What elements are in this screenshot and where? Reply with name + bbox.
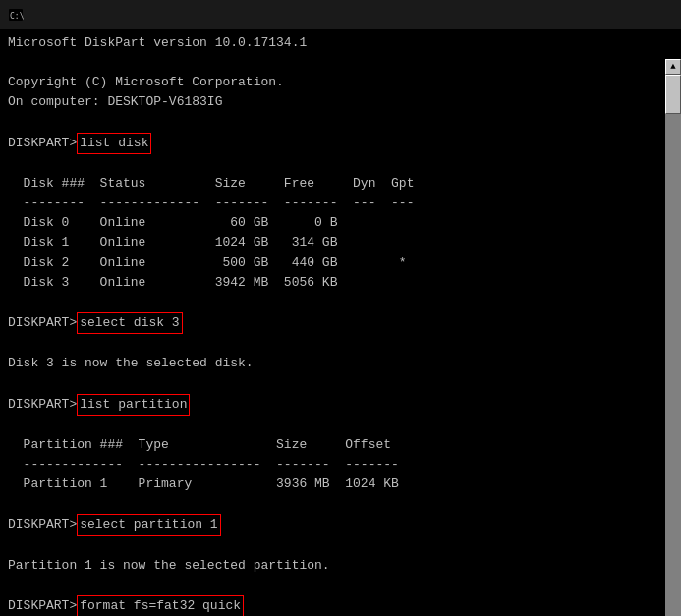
terminal-text-line: Copyright (C) Microsoft Corporation.: [8, 73, 673, 92]
scrollbar[interactable]: ▲ ▼: [665, 59, 681, 616]
terminal-text-line: Partition ### Type Size Offset: [8, 435, 673, 455]
command-line: DISKPART> list disk: [8, 133, 673, 154]
blank-line: [8, 334, 673, 354]
title-bar: C:\: [0, 0, 681, 29]
terminal[interactable]: Microsoft DiskPart version 10.0.17134.1 …: [0, 29, 681, 616]
terminal-text-line: Microsoft DiskPart version 10.0.17134.1: [8, 33, 673, 53]
title-bar-controls: [530, 0, 673, 29]
terminal-text-line: -------- ------------- ------- ------- -…: [8, 194, 673, 213]
prompt: DISKPART>: [8, 515, 77, 534]
command-text: list partition: [77, 394, 190, 416]
prompt: DISKPART>: [8, 596, 77, 616]
svg-text:C:\: C:\: [10, 12, 24, 21]
prompt: DISKPART>: [8, 313, 77, 333]
blank-line: [8, 154, 673, 174]
scroll-thumb[interactable]: [665, 75, 681, 114]
command-line: DISKPART> format fs=fat32 quick: [8, 595, 673, 616]
maximize-button[interactable]: [579, 0, 624, 29]
window-inner: Microsoft DiskPart version 10.0.17134.1 …: [0, 29, 681, 616]
terminal-text-line: Disk 2 Online 500 GB 440 GB *: [8, 253, 673, 273]
terminal-wrap: Microsoft DiskPart version 10.0.17134.1 …: [0, 29, 681, 616]
blank-line: [8, 416, 673, 435]
close-button[interactable]: [628, 0, 673, 29]
prompt: DISKPART>: [8, 134, 77, 153]
terminal-text-line: Partition 1 Primary 3936 MB 1024 KB: [8, 475, 673, 494]
command-line: DISKPART> select disk 3: [8, 312, 673, 334]
terminal-text-line: Disk 3 Online 3942 MB 5056 KB: [8, 273, 673, 293]
terminal-text-line: ------------- ---------------- ------- -…: [8, 455, 673, 475]
terminal-text-line: Disk 1 Online 1024 GB 314 GB: [8, 233, 673, 252]
blank-line: [8, 373, 673, 393]
command-text: select disk 3: [77, 312, 182, 334]
terminal-text-line: Disk ### Status Size Free Dyn Gpt: [8, 174, 673, 194]
command-line: DISKPART> list partition: [8, 394, 673, 416]
blank-line: [8, 536, 673, 556]
scroll-up-button[interactable]: ▲: [665, 59, 681, 75]
blank-line: [8, 576, 673, 595]
blank-line: [8, 293, 673, 312]
terminal-text-line: Disk 0 Online 60 GB 0 B: [8, 213, 673, 233]
minimize-button[interactable]: [530, 0, 575, 29]
scroll-track[interactable]: [665, 75, 681, 616]
terminal-text-line: Partition 1 is now the selected partitio…: [8, 556, 673, 576]
command-text: format fs=fat32 quick: [77, 595, 244, 616]
window: C:\ Microsoft DiskPart version 10.0.1713…: [0, 0, 681, 616]
command-text: list disk: [77, 133, 151, 154]
blank-line: [8, 113, 673, 133]
blank-line: [8, 494, 673, 514]
command-line: DISKPART> select partition 1: [8, 514, 673, 535]
prompt: DISKPART>: [8, 395, 77, 415]
terminal-icon: C:\: [8, 7, 24, 23]
blank-line: [8, 53, 673, 73]
title-bar-left: C:\: [8, 7, 29, 23]
terminal-text-line: Disk 3 is now the selected disk.: [8, 354, 673, 373]
command-text: select partition 1: [77, 514, 220, 535]
terminal-text-line: On computer: DESKTOP-V6183IG: [8, 92, 673, 112]
